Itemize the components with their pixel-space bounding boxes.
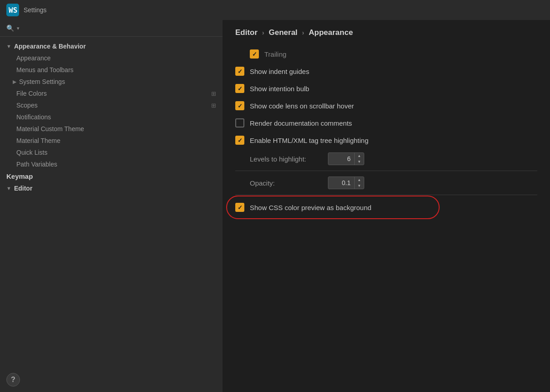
levels-to-highlight-up[interactable]: ▲ <box>355 153 364 159</box>
right-panel: Editor › General › Appearance Trailing S… <box>223 20 550 392</box>
path-variables-label: Path Variables <box>16 161 57 168</box>
main-layout: 🔍 ▾ ▼ Appearance & Behavior Appearance M… <box>0 20 550 392</box>
svg-text:WS: WS <box>9 6 17 15</box>
window-title: Settings <box>24 6 47 14</box>
sidebar-item-material-theme[interactable]: Material Theme <box>0 135 223 147</box>
show-css-color-preview-item: Show CSS color preview as background <box>235 199 537 216</box>
enable-html-xml-item: Enable HTML/XML tag tree highlighting <box>235 132 537 149</box>
render-doc-comments-item: Render documentation comments <box>235 114 537 132</box>
chevron-down-icon-editor: ▼ <box>6 186 11 191</box>
sidebar-nav: ▼ Appearance & Behavior Appearance Menus… <box>0 37 223 368</box>
appearance-label: Appearance <box>16 54 51 62</box>
breadcrumb-part-1: Editor <box>235 28 258 37</box>
scopes-label: Scopes <box>16 102 38 109</box>
levels-to-highlight-spinbox[interactable]: 6 ▲ ▼ <box>328 152 364 165</box>
show-intention-bulb-item: Show intention bulb <box>235 80 537 97</box>
sidebar-item-path-variables[interactable]: Path Variables <box>0 158 223 170</box>
levels-to-highlight-label: Levels to highlight: <box>250 155 322 163</box>
trailing-item: Trailing <box>235 45 537 63</box>
opacity-label: Opacity: <box>250 179 322 187</box>
breadcrumb: Editor › General › Appearance <box>223 20 550 44</box>
render-doc-comments-checkbox[interactable] <box>235 118 244 127</box>
sidebar-item-quick-lists[interactable]: Quick Lists <box>0 147 223 158</box>
sidebar-item-file-colors[interactable]: File Colors ⊞ <box>0 88 223 99</box>
levels-to-highlight-down[interactable]: ▼ <box>355 159 364 165</box>
opacity-arrows: ▲ ▼ <box>354 177 364 189</box>
app-icon: WS <box>6 4 19 16</box>
show-code-lens-item: Show code lens on scrollbar hover <box>235 97 537 114</box>
opacity-divider <box>235 195 537 195</box>
title-bar: WS Settings <box>0 0 550 20</box>
sidebar-item-appearance-behavior[interactable]: ▼ Appearance & Behavior <box>0 40 223 52</box>
highlighted-item-wrapper: Show CSS color preview as background <box>235 199 537 216</box>
search-bar: 🔍 ▾ <box>0 20 223 37</box>
system-settings-label: System Settings <box>19 78 65 85</box>
sidebar-item-keymap[interactable]: Keymap <box>0 170 223 182</box>
sidebar-item-scopes[interactable]: Scopes ⊞ <box>0 99 223 111</box>
levels-to-highlight-row: Levels to highlight: 6 ▲ ▼ <box>235 149 537 169</box>
show-code-lens-checkbox[interactable] <box>235 101 244 110</box>
sidebar-item-appearance[interactable]: Appearance <box>0 52 223 64</box>
sidebar-item-editor[interactable]: ▼ Editor <box>0 182 223 194</box>
trailing-label: Trailing <box>264 50 287 58</box>
editor-label: Editor <box>14 185 32 192</box>
sidebar: 🔍 ▾ ▼ Appearance & Behavior Appearance M… <box>0 20 223 392</box>
sidebar-item-material-custom-theme[interactable]: Material Custom Theme <box>0 123 223 135</box>
search-dropdown-arrow[interactable]: ▾ <box>17 25 20 31</box>
show-intention-bulb-checkbox[interactable] <box>235 84 244 93</box>
enable-html-xml-checkbox[interactable] <box>235 136 244 145</box>
file-colors-icon: ⊞ <box>211 90 216 97</box>
breadcrumb-part-2: General <box>269 28 297 37</box>
show-code-lens-label: Show code lens on scrollbar hover <box>250 102 354 110</box>
levels-to-highlight-value: 6 <box>328 155 354 162</box>
sidebar-item-system-settings[interactable]: ▶ System Settings <box>0 76 223 88</box>
chevron-down-icon: ▼ <box>6 44 11 49</box>
opacity-up[interactable]: ▲ <box>355 177 364 183</box>
trailing-checkbox[interactable] <box>250 49 259 59</box>
breadcrumb-sep-1: › <box>262 29 264 36</box>
show-css-color-preview-label: Show CSS color preview as background <box>250 204 372 211</box>
scopes-icon: ⊞ <box>211 102 216 109</box>
file-colors-label: File Colors <box>16 90 47 97</box>
opacity-value: 0.1 <box>328 179 354 186</box>
menus-toolbars-label: Menus and Toolbars <box>16 66 74 74</box>
appearance-behavior-label: Appearance & Behavior <box>14 43 86 50</box>
opacity-spinbox[interactable]: 0.1 ▲ ▼ <box>328 176 364 189</box>
chevron-right-icon: ▶ <box>13 79 16 85</box>
help-button[interactable]: ? <box>6 373 20 387</box>
quick-lists-label: Quick Lists <box>16 149 47 156</box>
sidebar-item-menus-toolbars[interactable]: Menus and Toolbars <box>0 64 223 76</box>
show-css-color-preview-checkbox[interactable] <box>235 203 244 212</box>
show-indent-guides-item: Show indent guides <box>235 63 537 80</box>
breadcrumb-part-3: Appearance <box>309 28 353 37</box>
levels-to-highlight-arrows: ▲ ▼ <box>354 153 364 165</box>
show-intention-bulb-label: Show intention bulb <box>250 85 309 93</box>
opacity-down[interactable]: ▼ <box>355 183 364 189</box>
material-custom-theme-label: Material Custom Theme <box>16 125 84 132</box>
keymap-label: Keymap <box>6 172 33 180</box>
breadcrumb-sep-2: › <box>302 29 304 36</box>
notifications-label: Notifications <box>16 113 51 121</box>
search-icon: 🔍 <box>6 24 14 32</box>
sidebar-item-notifications[interactable]: Notifications <box>0 111 223 123</box>
show-indent-guides-label: Show indent guides <box>250 68 309 75</box>
opacity-row: Opacity: 0.1 ▲ ▼ <box>235 173 537 193</box>
spinner-divider <box>235 171 537 171</box>
enable-html-xml-label: Enable HTML/XML tag tree highlighting <box>250 137 368 144</box>
material-theme-label: Material Theme <box>16 137 60 144</box>
render-doc-comments-label: Render documentation comments <box>250 119 352 127</box>
show-indent-guides-checkbox[interactable] <box>235 67 244 76</box>
settings-content: Trailing Show indent guides Show intenti… <box>223 44 550 392</box>
